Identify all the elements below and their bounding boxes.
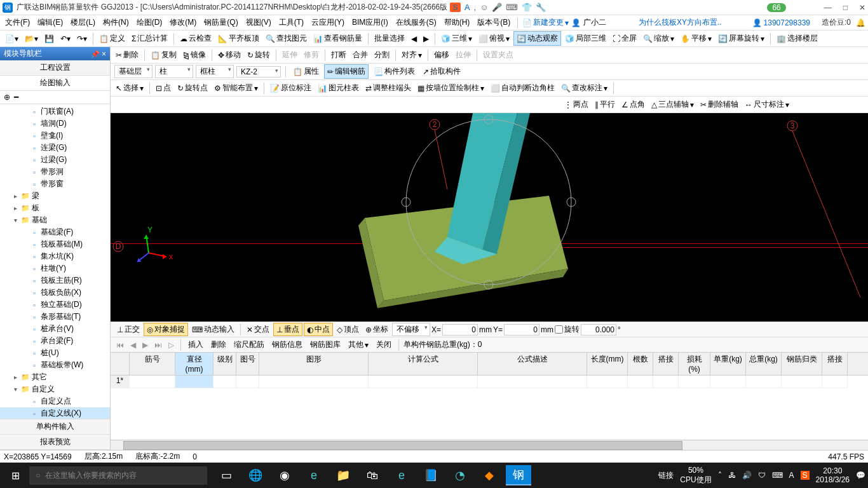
tree-item[interactable]: ▫连梁(G) (0, 142, 110, 154)
two-point-button[interactable]: ⋮两点 (562, 98, 591, 111)
scale-rebar-button[interactable]: 缩尺配筋 (231, 338, 267, 351)
tree-item[interactable]: ▫墙洞(D) (0, 118, 110, 130)
grid-scrollbar[interactable] (111, 440, 868, 450)
sogou-icon[interactable]: S (450, 3, 461, 12)
ime-face-icon[interactable]: ☺ (480, 3, 488, 12)
tree-item[interactable]: ▫自定义点 (0, 395, 110, 407)
dim-button[interactable]: ↔尺寸标注▾ (742, 98, 792, 111)
menu-help[interactable]: 帮助(H) (442, 16, 473, 29)
taskbar-app-1[interactable]: 🌐 (243, 465, 268, 485)
floor-combo[interactable]: 基础层 (114, 65, 153, 78)
inplace-button[interactable]: 📝原位标注 (268, 81, 314, 95)
other-button[interactable]: 其他▾ (346, 338, 371, 351)
screen-rotate-button[interactable]: 🔄屏幕旋转▾ (715, 32, 767, 45)
snap-perp[interactable]: ⊥垂点 (273, 323, 302, 336)
grid-col-header[interactable] (111, 353, 130, 375)
tree-item[interactable]: ▫带形洞 (0, 166, 110, 178)
rdelete-button[interactable]: 删除 (208, 338, 229, 351)
grid-col-header[interactable]: 公式描述 (478, 353, 587, 375)
tree-item[interactable]: ▫壁龛(I) (0, 130, 110, 142)
nav-goto[interactable]: ▷ (166, 341, 176, 349)
tray-vol-icon[interactable]: 🔊 (742, 471, 752, 480)
expand-icon[interactable]: ⊕ (4, 93, 10, 102)
menu-edit[interactable]: 编辑(E) (35, 16, 65, 29)
grid-col-header[interactable]: 总重(kg) (746, 353, 782, 375)
find-elem-button[interactable]: 🔍查找图元 (263, 32, 309, 45)
grid-cell[interactable] (478, 376, 587, 388)
menu-draw[interactable]: 绘图(D) (134, 16, 165, 29)
tab-single-input[interactable]: 单构件输入 (0, 419, 110, 435)
smart-layout-button[interactable]: ⚙智能布置▾ (212, 81, 261, 95)
tree-item[interactable]: ▫筏板主筋(R) (0, 274, 110, 287)
dyn-input-button[interactable]: ⌨动态输入 (189, 323, 237, 336)
tree-item[interactable]: ▫带形窗 (0, 178, 110, 190)
mirror-button[interactable]: ⧎镜像 (180, 48, 208, 62)
nav-next[interactable]: ▶ (140, 341, 150, 349)
move-button[interactable]: ✥移动 (215, 48, 243, 62)
taskbar-app-word[interactable]: 📘 (418, 465, 444, 485)
grid-cell[interactable]: 1* (111, 376, 130, 388)
grid-cell[interactable] (822, 376, 848, 388)
menu-modify[interactable]: 修改(M) (167, 16, 199, 29)
tray-net-icon[interactable]: 🖧 (728, 471, 736, 480)
col-table-button[interactable]: 📊图元柱表 (315, 81, 362, 95)
redo-button[interactable]: ↷▾ (74, 33, 90, 44)
tree-item[interactable]: ▾📁自定义 (0, 383, 110, 395)
fullscreen-button[interactable]: ⛶全屏 (610, 32, 639, 45)
tree-item[interactable]: ▾📁基础 (0, 214, 110, 226)
break-button[interactable]: 打断 (329, 48, 349, 62)
grid-col-header[interactable]: 筋号 (130, 353, 175, 375)
taskbar-app-edge[interactable]: e (301, 465, 327, 485)
tree-item[interactable]: ▫桩承台(V) (0, 323, 110, 335)
cloud-check-button[interactable]: ☁云检查 (177, 32, 214, 45)
batch-select-button[interactable]: 批量选择 (372, 32, 407, 45)
tray-notif-icon[interactable]: 💬 (856, 471, 865, 480)
menu-member[interactable]: 构件(N) (100, 16, 132, 29)
tray-sogou-icon[interactable]: S (801, 471, 810, 480)
viewport-3d[interactable]: 2 3 D x Y (111, 113, 868, 322)
menu-file[interactable]: 文件(F) (3, 16, 32, 29)
menu-view[interactable]: 视图(V) (243, 16, 274, 29)
tree-item[interactable]: ▫条形基础(T) (0, 311, 110, 323)
new-button[interactable]: 📄▾ (3, 33, 21, 44)
define-button[interactable]: 📋定义 (97, 32, 128, 45)
tree-item[interactable]: ▫承台梁(F) (0, 335, 110, 347)
tree-item[interactable]: ▸📁板 (0, 202, 110, 214)
nav-first[interactable]: ⏮ (114, 341, 126, 349)
rot-check[interactable] (555, 325, 563, 334)
sidebar-close-icon[interactable]: × (102, 50, 106, 58)
rebar-info-button[interactable]: 钢筋信息 (269, 338, 305, 351)
rotate-point-button[interactable]: ↻旋转点 (175, 81, 210, 95)
close-panel-button[interactable]: 关闭 (374, 338, 394, 351)
taskbar-app-orange[interactable]: ◆ (477, 465, 502, 485)
grid-cell[interactable] (587, 376, 628, 388)
check-label-button[interactable]: 🔍查改标注▾ (559, 81, 610, 95)
grid-col-header[interactable]: 搭接 (653, 353, 679, 375)
grid-col-header[interactable]: 长度(mm) (587, 353, 628, 375)
member-combo[interactable]: KZ-2 (236, 66, 281, 78)
save-button[interactable]: 💾 (42, 33, 57, 44)
nav-tree[interactable]: ▫门联窗(A)▫墙洞(D)▫壁龛(I)▫连梁(G)▫过梁(G)▫带形洞▫带形窗▸… (0, 104, 110, 419)
taskbar-app-ggj[interactable]: 钢 (506, 465, 531, 485)
grid-col-header[interactable]: 图号 (236, 353, 259, 375)
grid-cell[interactable] (628, 376, 653, 388)
menu-tool[interactable]: 工具(T) (276, 16, 306, 29)
ime-kbd-icon[interactable]: ⌨ (506, 3, 518, 12)
level-top-button[interactable]: 📐平齐板顶 (215, 32, 262, 45)
table-row[interactable]: 1* (111, 376, 868, 388)
tree-item[interactable]: ▫基础板带(W) (0, 359, 110, 371)
property-button[interactable]: 📋属性 (290, 65, 322, 78)
why-link[interactable]: 为什么筏板XY方向布置.. (639, 17, 722, 28)
grid-col-header[interactable]: 搭接 (822, 353, 848, 375)
grid-cell[interactable] (746, 376, 782, 388)
tree-item[interactable]: ▫集水坑(K) (0, 250, 110, 262)
tray-a-icon[interactable]: A (789, 471, 794, 480)
subcat-combo[interactable]: 框柱 (196, 65, 234, 78)
auto-corner-button[interactable]: ⬜自动判断边角柱 (488, 81, 557, 95)
collapse-icon[interactable]: ━ (14, 93, 18, 102)
rebar-lib-button[interactable]: 钢筋图库 (308, 338, 343, 351)
snap-coord[interactable]: ⊕坐标 (363, 323, 391, 336)
three-point-button[interactable]: △三点辅轴▾ (649, 98, 696, 111)
select-button[interactable]: ↖选择▾ (113, 81, 146, 95)
snap-vertex[interactable]: ◇顶点 (334, 323, 362, 336)
